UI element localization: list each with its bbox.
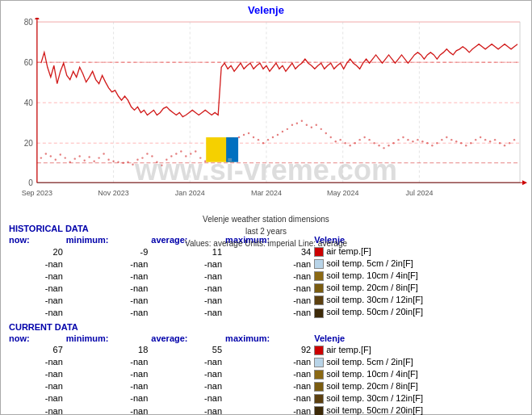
svg-point-72 — [243, 134, 245, 136]
color-swatch — [314, 394, 324, 404]
svg-point-95 — [354, 142, 355, 144]
svg-point-120 — [475, 139, 476, 140]
table-row: -nan-nan-nan-nansoil temp. 20cm / 8in[F] — [9, 282, 523, 294]
table-row: -nan-nan-nan-nansoil temp. 5cm / 2in[F] — [9, 258, 523, 270]
svg-point-103 — [392, 142, 394, 144]
svg-point-33 — [55, 158, 57, 160]
svg-point-102 — [387, 145, 389, 146]
svg-rect-130 — [226, 137, 238, 162]
svg-point-124 — [494, 139, 496, 140]
table-row: 67185592air temp.[F] — [9, 344, 523, 356]
svg-point-61 — [190, 153, 191, 154]
svg-point-73 — [248, 132, 249, 134]
cur-col-station: Velenje — [314, 333, 523, 344]
svg-point-108 — [417, 139, 418, 140]
svg-point-92 — [340, 139, 341, 140]
color-swatch — [314, 346, 324, 355]
svg-point-36 — [69, 161, 71, 162]
svg-point-110 — [426, 142, 428, 144]
table-row: -nan-nan-nan-nansoil temp. 30cm / 12in[F… — [9, 392, 523, 405]
svg-point-89 — [325, 132, 327, 134]
color-swatch — [314, 358, 324, 367]
svg-point-84 — [301, 119, 303, 121]
chart-labels: Velenje weather station dimensions last … — [1, 212, 531, 250]
svg-point-111 — [431, 145, 433, 146]
svg-point-53 — [151, 155, 153, 157]
svg-point-48 — [127, 161, 128, 162]
svg-text:Jul 2024: Jul 2024 — [405, 188, 433, 196]
color-swatch — [314, 283, 324, 293]
svg-point-40 — [88, 156, 90, 157]
svg-point-59 — [180, 150, 182, 152]
svg-point-125 — [499, 142, 501, 144]
svg-point-81 — [287, 128, 288, 130]
svg-point-104 — [397, 139, 399, 140]
svg-text:0: 0 — [28, 178, 33, 187]
svg-point-30 — [40, 157, 42, 158]
color-swatch — [314, 271, 324, 281]
table-row: -nan-nan-nan-nansoil temp. 50cm / 20in[F… — [9, 306, 523, 318]
svg-text:Mar 2024: Mar 2024 — [251, 188, 282, 196]
table-row: -nan-nan-nan-nansoil temp. 10cm / 4in[F] — [9, 270, 523, 282]
color-swatch — [314, 308, 324, 318]
svg-marker-25 — [522, 180, 527, 185]
svg-point-101 — [383, 147, 384, 149]
cur-col-max: maximum: — [225, 333, 314, 344]
svg-point-52 — [146, 153, 148, 154]
svg-marker-27 — [35, 18, 40, 19]
svg-point-47 — [122, 162, 124, 164]
svg-point-41 — [93, 160, 94, 161]
svg-point-100 — [378, 145, 379, 146]
svg-point-83 — [296, 122, 298, 124]
svg-point-113 — [441, 139, 442, 140]
svg-point-54 — [156, 161, 157, 162]
svg-point-50 — [136, 158, 138, 160]
svg-point-56 — [165, 158, 167, 160]
table-row: -nan-nan-nan-nansoil temp. 50cm / 20in[F… — [9, 405, 523, 415]
svg-point-34 — [60, 153, 61, 155]
svg-point-128 — [513, 139, 515, 140]
table-row: -nan-nan-nan-nansoil temp. 30cm / 12in[F… — [9, 294, 523, 306]
svg-text:80: 80 — [24, 18, 33, 27]
svg-point-74 — [253, 136, 254, 138]
svg-point-85 — [306, 124, 308, 126]
svg-point-58 — [175, 153, 177, 154]
svg-point-80 — [282, 131, 283, 132]
svg-point-57 — [170, 155, 172, 157]
table-row: -nan-nan-nan-nansoil temp. 10cm / 4in[F] — [9, 368, 523, 380]
svg-text:Sep 2023: Sep 2023 — [22, 188, 52, 196]
svg-point-90 — [330, 136, 332, 138]
cur-col-now: now: — [9, 333, 66, 344]
cur-col-avg: average: — [151, 333, 225, 344]
svg-point-106 — [407, 139, 408, 140]
main-container: Velenje 80 60 — [0, 0, 532, 415]
svg-point-122 — [484, 139, 486, 140]
svg-point-82 — [291, 124, 293, 126]
svg-point-37 — [74, 157, 76, 159]
svg-point-126 — [504, 145, 505, 146]
svg-point-51 — [141, 157, 143, 158]
svg-point-119 — [470, 142, 471, 144]
svg-point-46 — [117, 161, 119, 162]
svg-point-87 — [316, 124, 317, 126]
svg-point-38 — [79, 155, 81, 157]
color-swatch — [314, 406, 324, 415]
svg-point-93 — [345, 142, 346, 144]
color-swatch — [314, 259, 324, 269]
chart-label-line1: Velenje weather station dimensions — [1, 213, 531, 225]
svg-point-71 — [238, 136, 240, 138]
svg-point-115 — [450, 139, 452, 140]
svg-point-64 — [204, 160, 206, 161]
svg-point-96 — [358, 139, 360, 140]
svg-point-75 — [258, 139, 259, 140]
svg-point-98 — [368, 139, 370, 140]
svg-point-76 — [262, 142, 264, 144]
color-swatch — [314, 370, 324, 379]
svg-point-127 — [509, 142, 510, 144]
svg-text:60: 60 — [24, 58, 33, 67]
svg-point-107 — [412, 140, 413, 142]
svg-point-63 — [199, 157, 201, 158]
svg-point-117 — [460, 142, 462, 144]
current-table: now: minimum: average: maximum: Velenje … — [9, 333, 523, 415]
chart-label-line2: last 2 years — [1, 225, 531, 237]
